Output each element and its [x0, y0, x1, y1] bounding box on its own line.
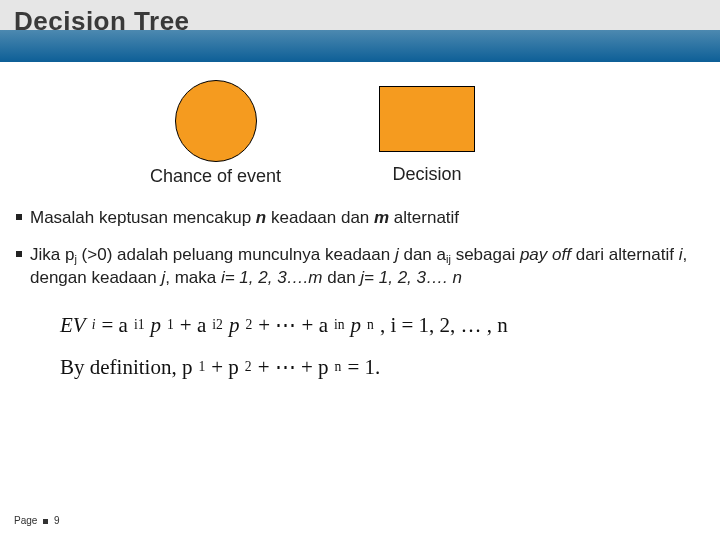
- dots: + ⋯ + p: [258, 346, 329, 388]
- tail: , i = 1, 2, … , n: [380, 304, 508, 346]
- circle-icon: [175, 80, 257, 162]
- footer: Page 9: [14, 515, 59, 526]
- p: p: [351, 304, 362, 346]
- dots: + ⋯ + a: [258, 304, 328, 346]
- bydef: By definition, p: [60, 346, 192, 388]
- list-item: Jika pj (>0) adalah peluang munculnya ke…: [16, 244, 704, 290]
- eq: = a: [101, 304, 127, 346]
- i-range: i= 1, 2, 3….m: [221, 268, 323, 287]
- text: alternatif: [389, 208, 459, 227]
- decision-block: Decision: [379, 80, 475, 185]
- payoff: pay off: [520, 245, 571, 264]
- var-n: n: [256, 208, 266, 227]
- page-title: Decision Tree: [14, 6, 706, 37]
- formula-block: EVi = ai1p1 + ai2p2 + ⋯ + ainpn , i = 1,…: [60, 304, 720, 388]
- text: keadaan dan: [266, 208, 374, 227]
- sub: i2: [212, 311, 223, 338]
- formula-ev: EVi = ai1p1 + ai2p2 + ⋯ + ainpn , i = 1,…: [60, 304, 720, 346]
- p: p: [151, 304, 162, 346]
- text: dari alternatif: [571, 245, 679, 264]
- page-number: 9: [54, 515, 60, 526]
- list-item: Masalah keptusan mencakup n keadaan dan …: [16, 207, 704, 230]
- plus: + a: [180, 304, 206, 346]
- sub: 1: [167, 311, 174, 338]
- sub: i1: [134, 311, 145, 338]
- lhs-sub: i: [92, 311, 96, 338]
- title-bar: Decision Tree: [0, 0, 720, 62]
- eq1: = 1.: [347, 346, 380, 388]
- formula-bydef: By definition, p1 + p2 + ⋯ + pn = 1.: [60, 346, 720, 388]
- text: (>0) adalah peluang munculnya keadaan: [77, 245, 395, 264]
- var-m: m: [374, 208, 389, 227]
- text: dan a: [399, 245, 446, 264]
- text: Jika p: [30, 245, 74, 264]
- legend-row: Chance of event Decision: [150, 80, 720, 187]
- plus: + p: [211, 346, 239, 388]
- sub: 2: [245, 311, 252, 338]
- bullet-icon: [43, 519, 48, 524]
- decision-label: Decision: [379, 164, 475, 185]
- text: , maka: [165, 268, 221, 287]
- j-range: j= 1, 2, 3…. n: [360, 268, 462, 287]
- sub: in: [334, 311, 345, 338]
- text: sebagai: [451, 245, 520, 264]
- square-icon: [379, 86, 475, 152]
- page-label: Page: [14, 515, 37, 526]
- p: p: [229, 304, 240, 346]
- chance-block: Chance of event: [150, 80, 281, 187]
- sub: n: [367, 311, 374, 338]
- chance-label: Chance of event: [150, 166, 281, 187]
- lhs: EV: [60, 304, 86, 346]
- sub: 2: [245, 353, 252, 380]
- bullet-list: Masalah keptusan mencakup n keadaan dan …: [16, 207, 704, 290]
- sub: 1: [198, 353, 205, 380]
- text: dan: [323, 268, 361, 287]
- text: Masalah keptusan mencakup: [30, 208, 256, 227]
- sub: n: [335, 353, 342, 380]
